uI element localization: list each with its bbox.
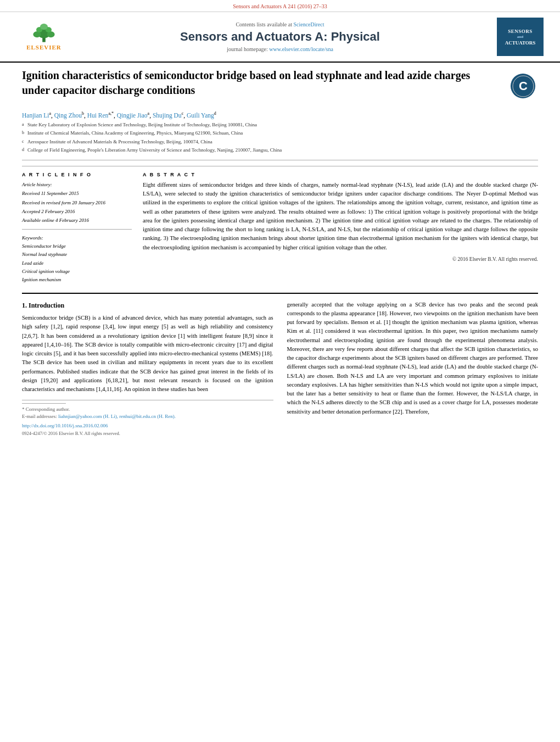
author-hui-ren[interactable]: Hui Ren: [87, 112, 109, 119]
footnote-section: * Corresponding author. E-mail addresses…: [22, 400, 273, 438]
page: Sensors and Actuators A 241 (2016) 27–33…: [0, 0, 560, 742]
affil-sup-c: c: [22, 138, 26, 145]
affiliation-d: d College of Field Engineering, People's…: [22, 147, 538, 154]
affil-sup-a: a: [22, 121, 26, 128]
footnote-line-divider: [22, 403, 66, 404]
elsevier-label: ELSEVIER: [26, 44, 61, 51]
svg-text:C: C: [519, 79, 528, 93]
sensors-logo-and: and: [517, 35, 523, 39]
elsevier-tree-icon: [27, 24, 60, 43]
introduction-title: 1. Introduction: [22, 300, 273, 311]
affil-text-a: State Key Laboratory of Explosion Scienc…: [27, 121, 257, 129]
email-line: E-mail addresses: liahnjian@yahoo.com (H…: [22, 413, 273, 421]
affiliations-section: a State Key Laboratory of Explosion Scie…: [22, 121, 538, 160]
author-shujing-du[interactable]: Shujing Du: [153, 112, 182, 119]
author-sup-c: c: [182, 111, 184, 116]
keyword-1: Semiconductor bridge: [22, 242, 132, 250]
affil-sup-b: b: [22, 130, 26, 136]
keyword-2: Normal lead styphnate: [22, 250, 132, 259]
article-title: Ignition characteristics of semiconducto…: [22, 68, 472, 98]
journal-center-header: Contents lists available at ScienceDirec…: [82, 21, 478, 52]
keyword-5: Ignition mechanism: [22, 276, 132, 284]
corresponding-author: * Corresponding author.: [22, 406, 273, 414]
issn-line: 0924-4247/© 2016 Elsevier B.V. All right…: [22, 430, 273, 437]
crossmark-icon: C: [511, 74, 535, 98]
body-right-col: generally accepted that the voltage appl…: [287, 300, 539, 438]
affil-text-c: Aerospace Institute of Advanced Material…: [27, 138, 212, 146]
journal-citation: Sensors and Actuators A 241 (2016) 27–33: [233, 3, 327, 9]
sciencedirect-link[interactable]: ScienceDirect: [293, 21, 324, 27]
sensors-actuators-logo: SENSORS and ACTUATORS: [497, 18, 544, 56]
accepted-date: Accepted 2 February 2016: [22, 208, 132, 215]
keyword-3: Lead azide: [22, 259, 132, 267]
affiliation-a: a State Key Laboratory of Explosion Scie…: [22, 121, 538, 129]
article-info-abstract-section: A R T I C L E I N F O Article history: R…: [22, 166, 538, 284]
body-content-section: 1. Introduction Semiconductor bridge (SC…: [22, 293, 538, 438]
crossmark-logo: C: [508, 71, 538, 101]
author-guili-yang[interactable]: Guili Yang: [187, 112, 214, 119]
section-number: 1.: [22, 302, 27, 309]
email-link[interactable]: liahnjian@yahoo.com (H. Li), renhui@bit.…: [58, 414, 176, 419]
history-label: Article history:: [22, 182, 52, 187]
journal-citation-bar: Sensors and Actuators A 241 (2016) 27–33: [0, 0, 560, 12]
journal-homepage-line: journal homepage: www.elsevier.com/locat…: [82, 46, 478, 52]
author-sup-a3: a: [148, 111, 150, 116]
email-label: E-mail addresses:: [22, 414, 57, 419]
elsevier-logo-section: ELSEVIER: [16, 22, 82, 52]
sensors-logo-line2: ACTUATORS: [505, 40, 536, 46]
intro-paragraph-right: generally accepted that the voltage appl…: [287, 300, 539, 416]
info-divider: [22, 229, 132, 230]
main-content: Ignition characteristics of semiconducto…: [0, 63, 560, 449]
affiliation-c: c Aerospace Institute of Advanced Materi…: [22, 138, 538, 146]
authors-text: Hanjian Lia, Qing Zhoub, Hui Rena,*, Qin…: [22, 112, 216, 119]
doi-line: http://dx.doi.org/10.1016/j.sna.2016.02.…: [22, 422, 273, 430]
author-qing-zhou[interactable]: Qing Zhou: [54, 112, 82, 119]
sensors-logo-section: SENSORS and ACTUATORS: [478, 18, 544, 56]
affil-sup-d: d: [22, 147, 26, 153]
affil-text-d: College of Field Engineering, People's L…: [27, 147, 282, 154]
section-title-text: Introduction: [29, 302, 64, 309]
revised-date: Received in revised form 20 January 2016: [22, 199, 132, 207]
author-sup-b: b: [82, 111, 84, 116]
sensors-logo-line1: SENSORS: [508, 29, 533, 34]
journal-title: Sensors and Actuators A: Physical: [82, 30, 478, 44]
affil-text-b: Institute of Chemical Materials, China A…: [27, 130, 243, 137]
body-two-col: 1. Introduction Semiconductor bridge (SC…: [22, 300, 538, 438]
keyword-4: Critical ignition voltage: [22, 267, 132, 276]
article-info-column: A R T I C L E I N F O Article history: R…: [22, 172, 132, 284]
homepage-text: journal homepage:: [227, 46, 269, 52]
article-history-label: Article history:: [22, 181, 132, 188]
author-sup-a1: a: [49, 111, 52, 116]
doi-link[interactable]: http://dx.doi.org/10.1016/j.sna.2016.02.…: [22, 423, 108, 428]
body-left-col: 1. Introduction Semiconductor bridge (SC…: [22, 300, 273, 438]
author-qingjie-jiao[interactable]: Qingjie Jiao: [117, 112, 148, 119]
affiliation-b: b Institute of Chemical Materials, China…: [22, 130, 538, 137]
contents-text: Contents lists available at: [236, 21, 293, 27]
contents-available-line: Contents lists available at ScienceDirec…: [82, 21, 478, 27]
elsevier-logo: ELSEVIER: [16, 22, 71, 52]
article-info-heading: A R T I C L E I N F O: [22, 172, 132, 177]
author-hanjian-li[interactable]: Hanjian Li: [22, 112, 49, 119]
author-sup-d: d: [214, 111, 216, 116]
available-date: Available online 4 February 2016: [22, 216, 132, 224]
journal-homepage-link[interactable]: www.elsevier.com/locate/sna: [269, 46, 333, 52]
copyright-line: © 2016 Elsevier B.V. All rights reserved…: [143, 256, 538, 262]
keywords-section: Keywords: Semiconductor bridge Normal le…: [22, 234, 132, 284]
abstract-column: A B S T R A C T Eight different sizes of…: [143, 172, 538, 284]
received-date: Received 11 September 2015: [22, 189, 132, 197]
journal-header: ELSEVIER Contents lists available at Sci…: [0, 12, 560, 63]
abstract-text: Eight different sizes of semiconductor b…: [143, 181, 538, 252]
intro-paragraph-left: Semiconductor bridge (SCB) is a kind of …: [22, 314, 273, 394]
svg-point-6: [40, 24, 48, 30]
article-title-section: Ignition characteristics of semiconducto…: [22, 68, 538, 105]
authors-line: Hanjian Lia, Qing Zhoub, Hui Rena,*, Qin…: [22, 111, 538, 119]
abstract-heading: A B S T R A C T: [143, 172, 538, 177]
author-sup-a2: a,*: [108, 111, 114, 116]
keywords-label: Keywords:: [22, 234, 132, 242]
